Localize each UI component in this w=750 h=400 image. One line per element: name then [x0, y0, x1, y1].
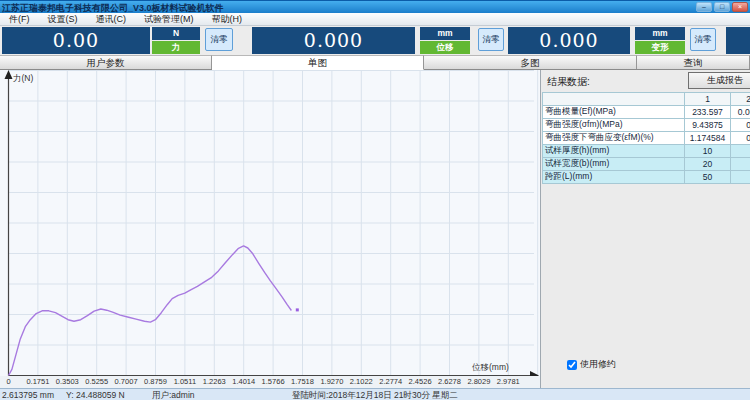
results-col-2: 2 — [731, 93, 750, 106]
x-tick-label: 1.0511 — [174, 377, 196, 386]
force-value-display: 0.00 — [2, 27, 150, 54]
results-table-header-row: 1 2 — [543, 93, 750, 106]
force-unit-label: N — [152, 27, 200, 40]
partial-display-box — [726, 27, 750, 54]
x-tick-label: 0.5255 — [85, 377, 108, 386]
deformation-channel-label: 变形 — [635, 41, 685, 54]
results-col-label — [543, 93, 685, 106]
result-label: 试样宽度(b)(mm) — [543, 158, 685, 171]
x-tick-label: 0.7007 — [115, 377, 138, 386]
result-label: 弯曲强度(σfm)(MPa) — [543, 119, 685, 132]
tab-bar: 用户参数 单图 多图 查询 — [0, 55, 750, 70]
generate-report-button[interactable]: 生成报告 — [688, 72, 750, 89]
result-label: 弯曲模量(Ef)(MPa) — [543, 106, 685, 119]
displacement-value-display: 0.000 — [252, 27, 415, 54]
force-channel-label: 力 — [152, 41, 200, 54]
result-label: 弯曲强度下弯曲应变(εfM)(%) — [543, 132, 685, 145]
status-login-time: 登陆时间:2018年12月18日 21时30分 星期二 — [292, 390, 458, 400]
tab-user-parameters[interactable]: 用户参数 — [0, 55, 212, 69]
result-row[interactable]: 弯曲强度下弯曲应变(εfM)(%)1.1745840 — [543, 132, 750, 145]
result-row[interactable]: 弯曲模量(Ef)(MPa)233.5970.000 — [543, 106, 750, 119]
deformation-clear-button[interactable]: 清零 — [690, 28, 716, 51]
maximize-button[interactable]: □ — [714, 2, 730, 12]
result-value-2 — [731, 145, 750, 158]
force-clear-button[interactable]: 清零 — [205, 28, 233, 51]
results-title: 结果数据: — [547, 75, 590, 89]
result-value-2: 0 — [731, 119, 750, 132]
x-tick-label: 1.5766 — [262, 377, 285, 386]
minimize-button[interactable]: – — [696, 2, 712, 12]
x-tick-label: 2.6278 — [438, 377, 461, 386]
rounding-label: 使用修约 — [580, 358, 616, 371]
result-value-2 — [731, 171, 750, 184]
x-tick-label: 1.7518 — [291, 377, 314, 386]
result-value-1: 233.597 — [685, 106, 731, 119]
close-button[interactable]: × — [732, 2, 748, 12]
result-label: 跨距(L)(mm) — [543, 171, 685, 184]
displacement-unit-stack: mm 位移 — [420, 27, 470, 54]
results-header: 结果数据: 生成报告 — [541, 70, 750, 92]
x-tick-label: 0.3503 — [56, 377, 79, 386]
result-row[interactable]: 跨距(L)(mm)50 — [543, 171, 750, 184]
status-bar: 2.613795 mm Y: 24.488059 N 用户:admin 登陆时间… — [0, 388, 750, 400]
deformation-unit-stack: mm 变形 — [635, 27, 685, 54]
result-row[interactable]: 弯曲强度(σfm)(MPa)9.438750 — [543, 119, 750, 132]
y-axis-label: 力(N) — [13, 73, 33, 85]
force-displacement-chart — [0, 70, 540, 388]
force-unit-stack: N 力 — [152, 27, 200, 54]
result-value-1: 10 — [685, 145, 731, 158]
displacement-clear-button[interactable]: 清零 — [478, 28, 504, 51]
deformation-value-display: 0.000 — [508, 27, 630, 54]
main-area: 力(N) 位移(mm) 00.17510.35030.52550.70070.8… — [0, 70, 750, 388]
results-col-1: 1 — [685, 93, 731, 106]
tab-multi-graph[interactable]: 多图 — [424, 55, 637, 69]
use-rounding-row[interactable]: 使用修约 — [567, 358, 616, 371]
x-tick-label: 2.2774 — [379, 377, 402, 386]
displacement-channel-label: 位移 — [420, 41, 470, 54]
display-row: 0.00 N 力 清零 0.000 mm 位移 清零 0.000 mm 变形 清… — [0, 26, 750, 55]
x-tick-label: 2.1022 — [350, 377, 373, 386]
rounding-checkbox[interactable] — [567, 360, 577, 370]
x-tick-label: 0 — [6, 377, 10, 386]
app-window: 江苏正瑞泰邦电子科技有限公司_V3.0板材料试验机软件 – □ × 件(F) 设… — [0, 0, 750, 400]
x-tick-label: 0.1751 — [26, 377, 49, 386]
x-tick-label: 1.2263 — [203, 377, 226, 386]
result-value-1: 1.174584 — [685, 132, 731, 145]
window-controls: – □ × — [696, 2, 748, 12]
window-title: 江苏正瑞泰邦电子科技有限公司_V3.0板材料试验机软件 — [2, 2, 224, 15]
x-tick-label: 2.9781 — [497, 377, 520, 386]
results-table-body: 弯曲模量(Ef)(MPa)233.5970.000弯曲强度(σfm)(MPa)9… — [543, 106, 750, 184]
result-value-1: 20 — [685, 158, 731, 171]
results-table: 1 2 弯曲模量(Ef)(MPa)233.5970.000弯曲强度(σfm)(M… — [542, 92, 750, 184]
displacement-unit-label: mm — [420, 27, 470, 40]
result-value-2: 0.000 — [731, 106, 750, 119]
x-axis-label: 位移(mm) — [472, 362, 509, 374]
x-tick-label: 1.4014 — [232, 377, 255, 386]
result-label: 试样厚度(h)(mm) — [543, 145, 685, 158]
tab-single-graph[interactable]: 单图 — [212, 55, 424, 70]
x-axis-ticks: 00.17510.35030.52550.70070.87591.05111.2… — [0, 376, 540, 388]
x-tick-label: 2.4526 — [409, 377, 432, 386]
x-tick-label: 2.8029 — [467, 377, 490, 386]
title-bar: 江苏正瑞泰邦电子科技有限公司_V3.0板材料试验机软件 – □ × — [0, 0, 750, 13]
curve-end-marker — [296, 308, 299, 311]
result-value-2: 0 — [731, 132, 750, 145]
status-position-y: Y: 24.488059 N — [66, 390, 125, 400]
result-value-1: 50 — [685, 171, 731, 184]
result-row[interactable]: 试样厚度(h)(mm)10 — [543, 145, 750, 158]
x-tick-label: 1.9270 — [320, 377, 343, 386]
result-value-2 — [731, 158, 750, 171]
deformation-unit-label: mm — [635, 27, 685, 40]
result-row[interactable]: 试样宽度(b)(mm)20 — [543, 158, 750, 171]
status-position-x: 2.613795 mm — [2, 390, 54, 400]
tab-query[interactable]: 查询 — [637, 55, 750, 69]
results-panel: 结果数据: 生成报告 1 2 弯曲模量(Ef)(MPa)233.5970.000… — [540, 70, 750, 388]
result-value-1: 9.43875 — [685, 119, 731, 132]
chart-region: 力(N) 位移(mm) 00.17510.35030.52550.70070.8… — [0, 70, 540, 388]
status-user: 用户:admin — [152, 390, 195, 400]
x-tick-label: 0.8759 — [144, 377, 167, 386]
